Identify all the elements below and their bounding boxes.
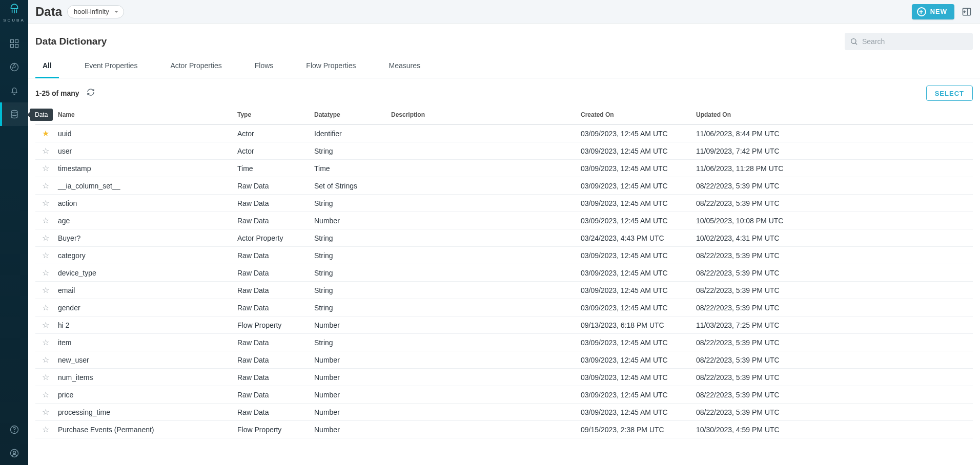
favorite-toggle[interactable] bbox=[35, 421, 56, 438]
table-row[interactable]: priceRaw DataNumber03/09/2023, 12:45 AM … bbox=[35, 386, 973, 404]
nav-alerts[interactable] bbox=[0, 79, 28, 102]
cell-datatype: Number bbox=[312, 421, 389, 438]
favorite-toggle[interactable] bbox=[35, 351, 56, 369]
sidebar-tooltip: Data bbox=[30, 109, 53, 121]
cell-type: Actor Property bbox=[235, 229, 312, 247]
cell-type: Flow Property bbox=[235, 421, 312, 438]
data-table: Name Type Datatype Description Created O… bbox=[35, 108, 973, 438]
cell-created: 03/09/2023, 12:45 AM UTC bbox=[579, 177, 694, 195]
col-type[interactable]: Type bbox=[235, 108, 312, 125]
cell-description bbox=[389, 125, 579, 142]
table-row[interactable]: timestampTimeTime03/09/2023, 12:45 AM UT… bbox=[35, 160, 973, 177]
tab-flow-properties[interactable]: Flow Properties bbox=[299, 55, 363, 78]
table-row[interactable]: emailRaw DataString03/09/2023, 12:45 AM … bbox=[35, 282, 973, 299]
favorite-toggle[interactable] bbox=[35, 177, 56, 195]
search-input[interactable] bbox=[862, 37, 968, 46]
brand-logo: SCUBA bbox=[3, 3, 25, 23]
cell-name: gender bbox=[56, 299, 235, 316]
table-scroll[interactable]: Name Type Datatype Description Created O… bbox=[28, 108, 980, 465]
table-row[interactable]: uuidActorIdentifier03/09/2023, 12:45 AM … bbox=[35, 125, 973, 142]
cell-created: 09/13/2023, 6:18 PM UTC bbox=[579, 316, 694, 334]
favorite-toggle[interactable] bbox=[35, 212, 56, 229]
dataset-selector[interactable]: hooli-infinity bbox=[67, 5, 124, 18]
table-row[interactable]: processing_timeRaw DataNumber03/09/2023,… bbox=[35, 404, 973, 421]
cell-updated: 08/22/2023, 5:39 PM UTC bbox=[694, 299, 973, 316]
nav-dashboards[interactable] bbox=[0, 32, 28, 55]
tab-event-properties[interactable]: Event Properties bbox=[77, 55, 145, 78]
favorite-toggle[interactable] bbox=[35, 195, 56, 212]
nav-data[interactable]: Data bbox=[0, 102, 28, 126]
col-datatype[interactable]: Datatype bbox=[312, 108, 389, 125]
favorite-toggle[interactable] bbox=[35, 316, 56, 334]
table-row[interactable]: new_userRaw DataNumber03/09/2023, 12:45 … bbox=[35, 351, 973, 369]
cell-datatype: Number bbox=[312, 386, 389, 404]
cell-created: 03/09/2023, 12:45 AM UTC bbox=[579, 351, 694, 369]
new-button-label: NEW bbox=[930, 8, 947, 15]
svg-point-7 bbox=[14, 432, 14, 432]
cell-datatype: String bbox=[312, 264, 389, 282]
tab-actor-properties[interactable]: Actor Properties bbox=[163, 55, 229, 78]
cell-updated: 08/22/2023, 5:39 PM UTC bbox=[694, 247, 973, 264]
nav-help[interactable] bbox=[0, 418, 28, 441]
favorite-toggle[interactable] bbox=[35, 334, 56, 351]
cell-type: Raw Data bbox=[235, 264, 312, 282]
table-row[interactable]: userActorString03/09/2023, 12:45 AM UTC1… bbox=[35, 142, 973, 160]
cell-description bbox=[389, 264, 579, 282]
favorite-toggle[interactable] bbox=[35, 282, 56, 299]
cell-datatype: String bbox=[312, 247, 389, 264]
cell-name: processing_time bbox=[56, 404, 235, 421]
tab-measures[interactable]: Measures bbox=[382, 55, 427, 78]
cell-created: 03/09/2023, 12:45 AM UTC bbox=[579, 299, 694, 316]
table-row[interactable]: ageRaw DataNumber03/09/2023, 12:45 AM UT… bbox=[35, 212, 973, 229]
tab-all[interactable]: All bbox=[35, 55, 59, 78]
cell-type: Raw Data bbox=[235, 334, 312, 351]
cell-type: Raw Data bbox=[235, 299, 312, 316]
nav-profile[interactable] bbox=[0, 441, 28, 465]
table-row[interactable]: num_itemsRaw DataNumber03/09/2023, 12:45… bbox=[35, 369, 973, 386]
favorite-toggle[interactable] bbox=[35, 404, 56, 421]
favorite-toggle[interactable] bbox=[35, 386, 56, 404]
favorite-toggle[interactable] bbox=[35, 264, 56, 282]
cell-description bbox=[389, 142, 579, 160]
table-row[interactable]: actionRaw DataString03/09/2023, 12:45 AM… bbox=[35, 195, 973, 212]
cell-updated: 11/03/2023, 7:25 PM UTC bbox=[694, 316, 973, 334]
favorite-toggle[interactable] bbox=[35, 229, 56, 247]
cell-updated: 08/22/2023, 5:39 PM UTC bbox=[694, 404, 973, 421]
cell-updated: 08/22/2023, 5:39 PM UTC bbox=[694, 282, 973, 299]
favorite-toggle[interactable] bbox=[35, 142, 56, 160]
col-updated[interactable]: Updated On bbox=[694, 108, 973, 125]
svg-point-11 bbox=[851, 39, 856, 44]
new-button[interactable]: + NEW bbox=[912, 4, 954, 19]
brand-name: SCUBA bbox=[3, 18, 25, 23]
table-row[interactable]: genderRaw DataString03/09/2023, 12:45 AM… bbox=[35, 299, 973, 316]
table-row[interactable]: hi 2Flow PropertyNumber09/13/2023, 6:18 … bbox=[35, 316, 973, 334]
table-row[interactable]: Purchase Events (Permanent)Flow Property… bbox=[35, 421, 973, 438]
favorite-toggle[interactable] bbox=[35, 247, 56, 264]
table-row[interactable]: Buyer?Actor PropertyString03/24/2023, 4:… bbox=[35, 229, 973, 247]
cell-datatype: Number bbox=[312, 369, 389, 386]
nav-explore[interactable] bbox=[0, 55, 28, 79]
favorite-toggle[interactable] bbox=[35, 125, 56, 142]
col-description[interactable]: Description bbox=[389, 108, 579, 125]
cell-description bbox=[389, 421, 579, 438]
table-row[interactable]: device_typeRaw DataString03/09/2023, 12:… bbox=[35, 264, 973, 282]
search-field[interactable] bbox=[845, 33, 973, 50]
favorite-toggle[interactable] bbox=[35, 160, 56, 177]
tab-flows[interactable]: Flows bbox=[248, 55, 281, 78]
cell-datatype: String bbox=[312, 282, 389, 299]
cell-name: __ia_column_set__ bbox=[56, 177, 235, 195]
search-icon bbox=[850, 37, 858, 46]
col-name[interactable]: Name bbox=[56, 108, 235, 125]
panel-toggle-icon[interactable] bbox=[961, 6, 973, 18]
table-row[interactable]: __ia_column_set__Raw DataSet of Strings0… bbox=[35, 177, 973, 195]
cell-type: Raw Data bbox=[235, 386, 312, 404]
favorite-toggle[interactable] bbox=[35, 299, 56, 316]
refresh-button[interactable] bbox=[87, 88, 95, 98]
star-outline-icon bbox=[42, 182, 49, 190]
table-row[interactable]: itemRaw DataString03/09/2023, 12:45 AM U… bbox=[35, 334, 973, 351]
table-row[interactable]: categoryRaw DataString03/09/2023, 12:45 … bbox=[35, 247, 973, 264]
select-button[interactable]: SELECT bbox=[926, 86, 973, 101]
cell-updated: 10/30/2023, 4:59 PM UTC bbox=[694, 421, 973, 438]
favorite-toggle[interactable] bbox=[35, 369, 56, 386]
col-created[interactable]: Created On bbox=[579, 108, 694, 125]
